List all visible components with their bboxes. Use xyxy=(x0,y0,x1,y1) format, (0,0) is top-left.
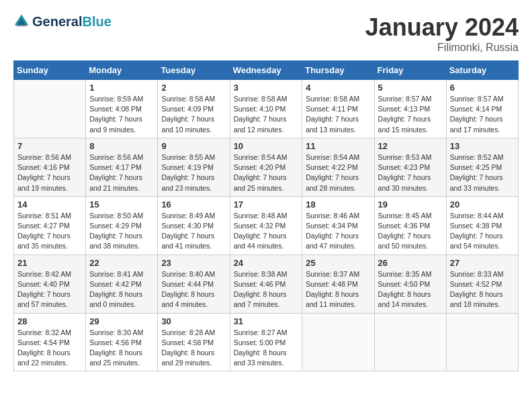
day-number: 15 xyxy=(89,199,154,210)
day-info: Sunrise: 8:37 AM Sunset: 4:48 PM Dayligh… xyxy=(306,269,370,310)
calendar-week-4: 21Sunrise: 8:42 AM Sunset: 4:40 PM Dayli… xyxy=(14,255,519,313)
day-number: 26 xyxy=(378,258,443,268)
day-number: 21 xyxy=(17,258,82,268)
header-day-sunday: Sunday xyxy=(14,61,86,80)
calendar-week-2: 7Sunrise: 8:56 AM Sunset: 4:16 PM Daylig… xyxy=(14,138,519,196)
day-info: Sunrise: 8:35 AM Sunset: 4:50 PM Dayligh… xyxy=(378,269,443,310)
day-number: 28 xyxy=(17,316,82,326)
day-info: Sunrise: 8:41 AM Sunset: 4:42 PM Dayligh… xyxy=(89,269,154,310)
calendar-cell xyxy=(302,313,374,371)
day-number: 16 xyxy=(161,199,226,210)
day-info: Sunrise: 8:44 AM Sunset: 4:38 PM Dayligh… xyxy=(450,211,515,252)
calendar-cell: 27Sunrise: 8:33 AM Sunset: 4:52 PM Dayli… xyxy=(446,255,518,313)
day-info: Sunrise: 8:59 AM Sunset: 4:08 PM Dayligh… xyxy=(89,94,154,135)
day-info: Sunrise: 8:45 AM Sunset: 4:36 PM Dayligh… xyxy=(378,211,443,252)
day-info: Sunrise: 8:46 AM Sunset: 4:34 PM Dayligh… xyxy=(306,211,370,252)
header-day-friday: Friday xyxy=(374,61,446,80)
day-info: Sunrise: 8:52 AM Sunset: 4:25 PM Dayligh… xyxy=(450,152,515,193)
header-day-thursday: Thursday xyxy=(302,61,374,80)
logo-blue: Blue xyxy=(82,14,111,29)
calendar-table: SundayMondayTuesdayWednesdayThursdayFrid… xyxy=(13,60,519,371)
calendar-cell: 5Sunrise: 8:57 AM Sunset: 4:13 PM Daylig… xyxy=(374,80,446,138)
calendar-cell: 11Sunrise: 8:54 AM Sunset: 4:22 PM Dayli… xyxy=(302,138,374,196)
day-number: 22 xyxy=(89,258,154,268)
day-info: Sunrise: 8:58 AM Sunset: 4:10 PM Dayligh… xyxy=(234,94,299,135)
day-number: 3 xyxy=(234,83,299,93)
calendar-week-1: 1Sunrise: 8:59 AM Sunset: 4:08 PM Daylig… xyxy=(14,80,519,138)
day-number: 7 xyxy=(17,141,82,151)
calendar-cell: 1Sunrise: 8:59 AM Sunset: 4:08 PM Daylig… xyxy=(86,80,158,138)
day-number: 29 xyxy=(89,316,154,326)
calendar-cell: 2Sunrise: 8:58 AM Sunset: 4:09 PM Daylig… xyxy=(158,80,230,138)
day-number: 30 xyxy=(161,316,226,326)
day-number: 8 xyxy=(89,141,154,151)
calendar-cell: 3Sunrise: 8:58 AM Sunset: 4:10 PM Daylig… xyxy=(230,80,302,138)
logo-general: General xyxy=(32,14,82,29)
day-info: Sunrise: 8:33 AM Sunset: 4:52 PM Dayligh… xyxy=(450,269,515,310)
month-title: January 2024 xyxy=(365,13,519,42)
day-info: Sunrise: 8:40 AM Sunset: 4:44 PM Dayligh… xyxy=(161,269,226,310)
calendar-cell: 12Sunrise: 8:53 AM Sunset: 4:23 PM Dayli… xyxy=(374,138,446,196)
calendar-body: 1Sunrise: 8:59 AM Sunset: 4:08 PM Daylig… xyxy=(14,80,519,371)
day-info: Sunrise: 8:48 AM Sunset: 4:32 PM Dayligh… xyxy=(234,211,299,252)
day-info: Sunrise: 8:38 AM Sunset: 4:46 PM Dayligh… xyxy=(234,269,299,310)
calendar-cell: 6Sunrise: 8:57 AM Sunset: 4:14 PM Daylig… xyxy=(446,80,518,138)
day-info: Sunrise: 8:53 AM Sunset: 4:23 PM Dayligh… xyxy=(378,152,443,193)
day-info: Sunrise: 8:54 AM Sunset: 4:20 PM Dayligh… xyxy=(234,152,299,193)
day-info: Sunrise: 8:55 AM Sunset: 4:19 PM Dayligh… xyxy=(161,152,226,193)
day-info: Sunrise: 8:32 AM Sunset: 4:54 PM Dayligh… xyxy=(17,328,82,369)
calendar-cell: 22Sunrise: 8:41 AM Sunset: 4:42 PM Dayli… xyxy=(86,255,158,313)
day-number: 13 xyxy=(450,141,515,151)
day-number: 19 xyxy=(378,199,443,210)
logo-icon xyxy=(13,13,30,30)
day-info: Sunrise: 8:50 AM Sunset: 4:29 PM Dayligh… xyxy=(89,211,154,252)
calendar-cell: 8Sunrise: 8:56 AM Sunset: 4:17 PM Daylig… xyxy=(86,138,158,196)
header-day-monday: Monday xyxy=(86,61,158,80)
day-info: Sunrise: 8:42 AM Sunset: 4:40 PM Dayligh… xyxy=(17,269,82,310)
day-number: 18 xyxy=(306,199,370,210)
day-number: 6 xyxy=(450,83,515,93)
calendar-cell: 9Sunrise: 8:55 AM Sunset: 4:19 PM Daylig… xyxy=(158,138,230,196)
calendar-cell xyxy=(374,313,446,371)
header-day-saturday: Saturday xyxy=(446,61,518,80)
calendar-cell: 23Sunrise: 8:40 AM Sunset: 4:44 PM Dayli… xyxy=(158,255,230,313)
day-info: Sunrise: 8:30 AM Sunset: 4:56 PM Dayligh… xyxy=(89,328,154,369)
day-info: Sunrise: 8:57 AM Sunset: 4:13 PM Dayligh… xyxy=(378,94,443,135)
day-number: 17 xyxy=(234,199,299,210)
day-number: 14 xyxy=(17,199,82,210)
day-info: Sunrise: 8:28 AM Sunset: 4:58 PM Dayligh… xyxy=(161,328,226,369)
day-info: Sunrise: 8:56 AM Sunset: 4:17 PM Dayligh… xyxy=(89,152,154,193)
day-number: 10 xyxy=(234,141,299,151)
calendar-week-3: 14Sunrise: 8:51 AM Sunset: 4:27 PM Dayli… xyxy=(14,196,519,255)
calendar-cell: 18Sunrise: 8:46 AM Sunset: 4:34 PM Dayli… xyxy=(302,196,374,255)
calendar-cell: 4Sunrise: 8:58 AM Sunset: 4:11 PM Daylig… xyxy=(302,80,374,138)
day-info: Sunrise: 8:51 AM Sunset: 4:27 PM Dayligh… xyxy=(17,211,82,252)
calendar-cell: 17Sunrise: 8:48 AM Sunset: 4:32 PM Dayli… xyxy=(230,196,302,255)
day-number: 25 xyxy=(306,258,370,268)
day-info: Sunrise: 8:54 AM Sunset: 4:22 PM Dayligh… xyxy=(306,152,370,193)
calendar-cell: 31Sunrise: 8:27 AM Sunset: 5:00 PM Dayli… xyxy=(230,313,302,371)
day-number: 2 xyxy=(161,83,226,93)
calendar-header-row: SundayMondayTuesdayWednesdayThursdayFrid… xyxy=(14,61,519,80)
calendar-cell xyxy=(14,80,86,138)
calendar-cell xyxy=(446,313,518,371)
calendar-cell: 24Sunrise: 8:38 AM Sunset: 4:46 PM Dayli… xyxy=(230,255,302,313)
day-info: Sunrise: 8:49 AM Sunset: 4:30 PM Dayligh… xyxy=(161,211,226,252)
calendar-cell: 20Sunrise: 8:44 AM Sunset: 4:38 PM Dayli… xyxy=(446,196,518,255)
day-info: Sunrise: 8:57 AM Sunset: 4:14 PM Dayligh… xyxy=(450,94,515,135)
calendar-cell: 16Sunrise: 8:49 AM Sunset: 4:30 PM Dayli… xyxy=(158,196,230,255)
calendar-cell: 28Sunrise: 8:32 AM Sunset: 4:54 PM Dayli… xyxy=(14,313,86,371)
calendar-cell: 21Sunrise: 8:42 AM Sunset: 4:40 PM Dayli… xyxy=(14,255,86,313)
calendar-cell: 26Sunrise: 8:35 AM Sunset: 4:50 PM Dayli… xyxy=(374,255,446,313)
calendar-week-5: 28Sunrise: 8:32 AM Sunset: 4:54 PM Dayli… xyxy=(14,313,519,371)
logo: GeneralBlue xyxy=(13,13,112,30)
day-number: 4 xyxy=(306,83,370,93)
calendar-cell: 30Sunrise: 8:28 AM Sunset: 4:58 PM Dayli… xyxy=(158,313,230,371)
day-number: 20 xyxy=(450,199,515,210)
calendar-cell: 14Sunrise: 8:51 AM Sunset: 4:27 PM Dayli… xyxy=(14,196,86,255)
calendar-cell: 10Sunrise: 8:54 AM Sunset: 4:20 PM Dayli… xyxy=(230,138,302,196)
day-number: 27 xyxy=(450,258,515,268)
calendar-cell: 25Sunrise: 8:37 AM Sunset: 4:48 PM Dayli… xyxy=(302,255,374,313)
day-number: 24 xyxy=(234,258,299,268)
day-info: Sunrise: 8:56 AM Sunset: 4:16 PM Dayligh… xyxy=(17,152,82,193)
